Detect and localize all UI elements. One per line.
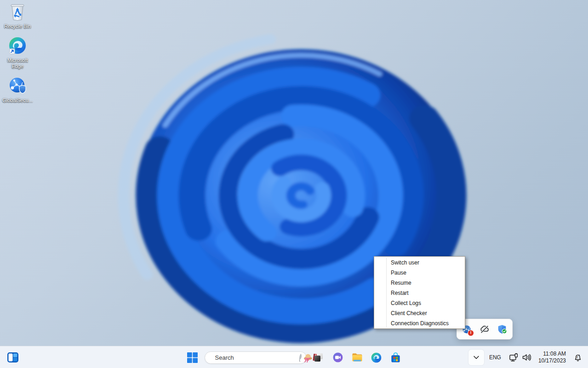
- bloom-wallpaper-graphic: [0, 0, 588, 346]
- task-view-button[interactable]: [309, 348, 328, 367]
- taskbar: ENG 11:08 AM 10/17/2023: [0, 346, 588, 368]
- desktop-icon-label: Recycle Bin: [4, 23, 31, 29]
- search-input[interactable]: [214, 354, 297, 362]
- file-explorer-icon: [351, 351, 363, 363]
- taskbar-center: [183, 346, 405, 368]
- desktop-icon-recycle-bin[interactable]: Recycle Bin: [1, 2, 34, 29]
- chat-icon: [332, 352, 343, 363]
- menu-item-pause[interactable]: Pause: [374, 268, 465, 278]
- tray-icon-context-menu: Switch user Pause Resume Restart Collect…: [374, 256, 465, 329]
- network-volume-button[interactable]: [506, 350, 534, 365]
- file-explorer-button[interactable]: [348, 348, 366, 367]
- menu-item-collect-logs[interactable]: Collect Logs: [374, 298, 465, 308]
- chevron-down-icon: [473, 355, 480, 360]
- recycle-bin-icon: [7, 2, 28, 22]
- security-shield-glyph: [497, 324, 508, 334]
- error-badge: !: [468, 330, 474, 336]
- chat-button[interactable]: [329, 348, 347, 367]
- desktop-icon-microsoft-edge[interactable]: Microsoft Edge: [1, 36, 34, 69]
- menu-item-restart[interactable]: Restart: [374, 288, 465, 298]
- taskbar-left: [4, 346, 22, 368]
- menu-item-client-checker[interactable]: Client Checker: [374, 308, 465, 318]
- desktop-icon-label: Microsoft Edge: [1, 58, 34, 69]
- windows-start-icon: [187, 352, 198, 363]
- taskbar-tray: ENG 11:08 AM 10/17/2023: [468, 346, 585, 368]
- clock-date: 10/17/2023: [538, 357, 566, 364]
- menu-gutter-divider: [386, 258, 387, 328]
- widgets-button[interactable]: [4, 348, 22, 367]
- volume-icon: [522, 353, 531, 362]
- notifications-dnd-button[interactable]: z z: [571, 350, 585, 365]
- globalsecu-icon: [7, 76, 28, 96]
- windows-security-tray-icon[interactable]: [497, 324, 508, 334]
- svg-text:z: z: [579, 353, 580, 356]
- edge-button[interactable]: [367, 348, 386, 367]
- svg-text:z: z: [577, 355, 578, 358]
- desktop-icon-list: Recycle Bin Micros: [1, 2, 34, 104]
- desktop-wallpaper: Recycle Bin Micros: [0, 0, 588, 346]
- tray-overflow-chevron-button[interactable]: [468, 350, 484, 365]
- edge-icon: [7, 36, 28, 56]
- ethernet-network-icon: [509, 353, 519, 362]
- desktop-icon-label: GlobalSecu...: [2, 98, 33, 104]
- store-icon: [390, 352, 401, 363]
- menu-item-resume[interactable]: Resume: [374, 278, 465, 288]
- menu-item-switch-user[interactable]: Switch user: [374, 258, 465, 268]
- onedrive-offline-glyph: [480, 324, 490, 335]
- start-button[interactable]: [183, 348, 202, 367]
- onedrive-offline-tray-icon[interactable]: [480, 324, 490, 334]
- do-not-disturb-bell-icon: z z: [573, 353, 582, 362]
- menu-item-connection-diagnostics[interactable]: Connection Diagnostics: [374, 318, 465, 328]
- widgets-icon: [7, 351, 19, 363]
- edge-taskbar-icon: [371, 352, 382, 363]
- language-indicator[interactable]: ENG: [485, 350, 505, 365]
- store-button[interactable]: [387, 348, 405, 367]
- taskbar-search-box[interactable]: [205, 351, 307, 364]
- desktop-icon-globalsecu[interactable]: GlobalSecu...: [1, 76, 34, 104]
- task-view-icon: [313, 352, 324, 363]
- clock-time: 11:08 AM: [543, 351, 566, 357]
- clock-button[interactable]: 11:08 AM 10/17/2023: [535, 348, 570, 367]
